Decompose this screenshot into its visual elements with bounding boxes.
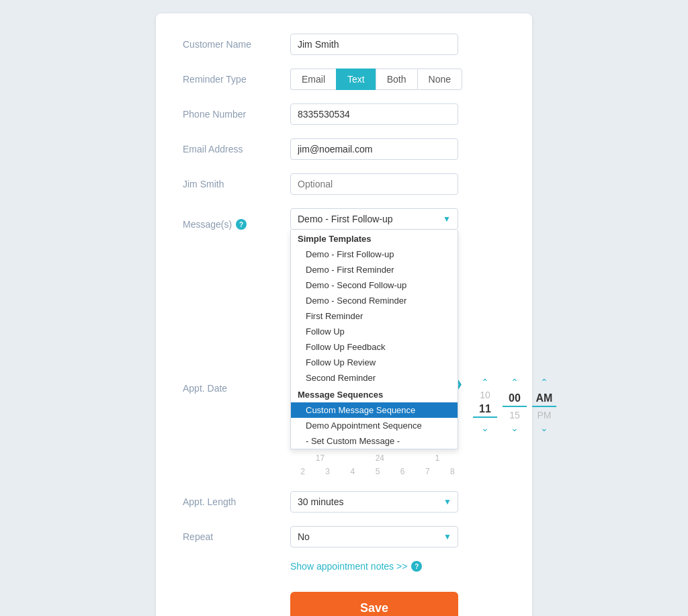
list-item[interactable]: Second Reminder	[291, 370, 458, 386]
messages-label-wrap: Message(s) ?	[183, 208, 290, 230]
notes-help-icon[interactable]: ?	[411, 561, 422, 572]
cal-day-label[interactable]: 17	[316, 453, 325, 463]
save-row: Save	[290, 585, 505, 616]
appt-length-wrap: 30 minutes 15 minutes 45 minutes 1 hour …	[290, 491, 505, 513]
reminder-type-toggle-group: Email Text Both None	[290, 69, 505, 90]
phone-number-input[interactable]	[290, 103, 458, 125]
cal-day-label[interactable]: 8	[450, 467, 455, 476]
repeat-row: Repeat No Weekly Monthly ▼	[183, 526, 505, 547]
calendar-number-row: 2 3 4 5 6 7 8	[290, 466, 465, 478]
reminder-type-row: Reminder Type Email Text Both None	[183, 69, 505, 90]
appt-length-row: Appt. Length 30 minutes 15 minutes 45 mi…	[183, 491, 505, 513]
customer-name-input[interactable]	[290, 34, 458, 55]
cal-day-label[interactable]: 1	[435, 453, 440, 463]
list-item[interactable]: First Reminder	[291, 308, 458, 324]
phone-number-wrap	[290, 103, 505, 125]
customer-name-label: Customer Name	[183, 34, 290, 50]
time-hour-col: ⌃ 10 11 ⌄	[473, 378, 497, 433]
list-item[interactable]: Demo - Second Reminder	[291, 293, 458, 308]
list-item[interactable]: Follow Up Review	[291, 355, 458, 370]
repeat-label: Repeat	[183, 526, 290, 542]
message-sequences-header: Message Sequences	[291, 386, 458, 402]
reminder-none-button[interactable]: None	[417, 69, 462, 90]
show-notes-link[interactable]: Show appointment notes >> ?	[290, 561, 422, 572]
period-up-button[interactable]: ⌃	[540, 378, 548, 387]
appt-length-label: Appt. Length	[183, 491, 290, 507]
hour-up-button[interactable]: ⌃	[481, 378, 489, 387]
period-alt2: PM	[532, 410, 556, 421]
show-notes-row: Show appointment notes >> ?	[290, 561, 505, 572]
period-down-button[interactable]: ⌄	[540, 423, 548, 433]
minute-up-button[interactable]: ⌃	[511, 378, 519, 387]
repeat-select[interactable]: No Weekly Monthly	[290, 526, 458, 547]
list-item[interactable]: Follow Up Feedback	[291, 339, 458, 355]
messages-dropdown-wrap: Demo - First Follow-up ▼ Simple Template…	[290, 208, 458, 230]
cal-day-label[interactable]: 3	[325, 467, 330, 476]
reminder-type-wrap: Email Text Both None	[290, 69, 505, 90]
messages-wrap: Demo - First Follow-up ▼ Simple Template…	[290, 208, 505, 230]
list-item-custom-sequence[interactable]: Custom Message Sequence	[291, 402, 458, 418]
jim-smith-label: Jim Smith	[183, 173, 290, 189]
messages-label: Message(s)	[183, 219, 232, 230]
calendar-bottom-labels: 17 24 1	[290, 451, 465, 466]
minute-down-button[interactable]: ⌄	[511, 423, 519, 433]
hour-down-button[interactable]: ⌄	[481, 423, 489, 433]
phone-number-row: Phone Number	[183, 103, 505, 125]
minute-alt2: 15	[503, 410, 527, 421]
list-item[interactable]: Demo - Second Follow-up	[291, 277, 458, 293]
show-notes-label: Show appointment notes >>	[290, 561, 407, 572]
appt-date-label: Appt. Date	[183, 378, 290, 394]
time-picker: ⌃ 10 11 ⌄ ⌃ 00 15 ⌄	[473, 378, 556, 433]
cal-day-label[interactable]: 5	[376, 467, 380, 476]
jim-smith-row: Jim Smith	[183, 173, 505, 195]
messages-row: Message(s) ? Demo - First Follow-up ▼ Si…	[183, 208, 505, 230]
reminder-email-button[interactable]: Email	[290, 69, 336, 90]
simple-templates-header: Simple Templates	[291, 230, 458, 247]
hour-value[interactable]: 11	[473, 403, 497, 418]
repeat-dropdown-wrap: No Weekly Monthly ▼	[290, 526, 458, 547]
messages-trigger[interactable]: Demo - First Follow-up ▼	[290, 208, 458, 230]
cal-day-label[interactable]: 6	[400, 467, 405, 476]
time-minute-col: ⌃ 00 15 ⌄	[503, 378, 527, 433]
cal-day-label[interactable]: 24	[376, 453, 384, 463]
appt-length-dropdown-wrap: 30 minutes 15 minutes 45 minutes 1 hour …	[290, 491, 458, 513]
email-address-input[interactable]	[290, 138, 458, 160]
jim-smith-wrap	[290, 173, 505, 195]
reminder-text-button[interactable]: Text	[336, 69, 376, 90]
hour-alt-value: 10	[473, 390, 497, 400]
time-period-col: ⌃ AM PM ⌄	[532, 378, 556, 433]
period-value[interactable]: AM	[532, 392, 556, 407]
reminder-both-button[interactable]: Both	[376, 69, 417, 90]
customer-name-wrap	[290, 34, 505, 55]
list-item[interactable]: Follow Up	[291, 324, 458, 339]
list-item[interactable]: Demo - First Follow-up	[291, 247, 458, 262]
email-address-label: Email Address	[183, 138, 290, 155]
list-item[interactable]: Demo Appointment Sequence	[291, 418, 458, 433]
messages-dropdown-arrow-icon: ▼	[443, 214, 451, 224]
jim-smith-input[interactable]	[290, 173, 458, 195]
messages-selected-value: Demo - First Follow-up	[298, 214, 393, 224]
phone-number-label: Phone Number	[183, 103, 290, 120]
list-item[interactable]: Demo - First Reminder	[291, 262, 458, 277]
reminder-type-label: Reminder Type	[183, 69, 290, 85]
form-container: Customer Name Reminder Type Email Text B…	[156, 13, 532, 616]
email-address-row: Email Address	[183, 138, 505, 160]
repeat-wrap: No Weekly Monthly ▼	[290, 526, 505, 547]
cal-day-label[interactable]: 7	[425, 467, 430, 476]
appt-length-select[interactable]: 30 minutes 15 minutes 45 minutes 1 hour	[290, 491, 458, 513]
cal-day-label[interactable]: 2	[300, 467, 305, 476]
minute-value[interactable]: 00	[503, 392, 527, 407]
cal-day-label[interactable]: 4	[351, 467, 355, 476]
email-address-wrap	[290, 138, 505, 160]
list-item[interactable]: - Set Custom Message -	[291, 433, 458, 449]
messages-help-icon[interactable]: ?	[236, 219, 247, 230]
messages-dropdown-list: Simple Templates Demo - First Follow-up …	[290, 230, 458, 449]
save-button[interactable]: Save	[290, 592, 458, 616]
customer-name-row: Customer Name	[183, 34, 505, 55]
